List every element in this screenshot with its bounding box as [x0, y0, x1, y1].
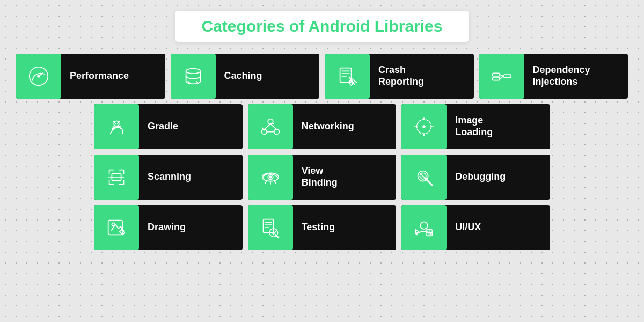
drawing-icon-box	[94, 205, 139, 250]
card-gradle: Gradle	[94, 104, 243, 149]
image-loading-label: ImageLoading	[447, 115, 501, 138]
svg-line-19	[270, 124, 277, 129]
card-testing: Testing	[248, 205, 397, 250]
crash-icon	[335, 64, 360, 89]
card-networking: Networking	[248, 104, 397, 149]
image-loading-icon	[412, 114, 436, 139]
card-crash-reporting: CrashReporting	[325, 54, 474, 99]
crash-icon-box	[325, 54, 370, 99]
image-loading-icon-box	[401, 104, 447, 149]
uiux-icon	[412, 215, 436, 240]
caching-label: Caching	[216, 70, 271, 82]
gradle-label: Gradle	[139, 121, 187, 133]
svg-point-2	[38, 75, 40, 77]
gradle-icon	[104, 114, 129, 139]
svg-line-28	[265, 181, 266, 184]
row-2: Gradle Networking	[16, 104, 628, 149]
scanning-label: Scanning	[139, 171, 200, 183]
crash-reporting-label: CrashReporting	[370, 64, 433, 87]
svg-point-27	[269, 176, 272, 178]
svg-rect-10	[492, 77, 499, 80]
networking-icon-box	[248, 104, 293, 149]
card-drawing: Drawing	[94, 205, 243, 250]
dependency-label: DependencyInjections	[524, 64, 599, 87]
svg-line-32	[427, 180, 433, 186]
svg-rect-4	[340, 68, 352, 83]
svg-point-35	[425, 178, 427, 180]
svg-rect-9	[492, 73, 499, 76]
testing-icon-box	[248, 205, 293, 250]
dependency-icon	[489, 64, 514, 89]
svg-line-13	[500, 76, 504, 79]
page-title: Categories of Android Libraries	[202, 17, 443, 35]
svg-rect-39	[263, 219, 273, 233]
row-1: Performance Caching	[16, 54, 628, 99]
networking-icon	[258, 114, 283, 139]
testing-icon	[258, 215, 283, 240]
title-container: Categories of Android Libraries	[175, 11, 470, 42]
performance-label: Performance	[61, 70, 137, 82]
view-binding-label: ViewBinding	[293, 165, 346, 188]
svg-line-12	[500, 75, 504, 76]
svg-point-45	[421, 222, 428, 229]
card-dependency: DependencyInjections	[479, 54, 628, 99]
networking-label: Networking	[293, 121, 363, 133]
debugging-icon	[412, 165, 436, 189]
card-performance: Performance	[16, 54, 165, 99]
caching-icon-box	[171, 54, 216, 99]
testing-label: Testing	[293, 222, 344, 233]
debugging-icon-box	[401, 155, 447, 200]
card-debugging: Debugging	[401, 155, 550, 200]
svg-point-3	[186, 69, 200, 74]
scanning-icon-box	[94, 155, 139, 200]
card-view-binding: ViewBinding	[248, 155, 397, 200]
view-binding-icon	[258, 165, 283, 189]
svg-point-17	[274, 129, 279, 135]
svg-rect-11	[503, 75, 510, 78]
row-4: Drawing Testing	[16, 205, 628, 250]
card-scanning: Scanning	[94, 155, 243, 200]
svg-point-37	[112, 223, 115, 226]
cards-grid: Performance Caching	[16, 54, 628, 250]
gradle-icon-box	[94, 104, 139, 149]
svg-point-22	[423, 126, 425, 128]
drawing-icon	[104, 215, 129, 240]
card-caching: Caching	[171, 54, 320, 99]
svg-line-38	[119, 229, 122, 232]
svg-line-29	[274, 181, 276, 184]
caching-icon	[181, 64, 206, 89]
drawing-label: Drawing	[139, 222, 194, 233]
performance-icon-box	[16, 54, 61, 99]
uiux-icon-box	[401, 205, 447, 250]
dependency-icon-box	[479, 54, 524, 99]
speedometer-icon	[26, 64, 51, 89]
debugging-label: Debugging	[447, 171, 514, 183]
card-image-loading: ImageLoading	[401, 104, 550, 149]
view-binding-icon-box	[248, 155, 293, 200]
row-3: Scanning ViewBinding	[16, 155, 628, 200]
scanning-icon	[104, 165, 129, 189]
card-uiux: UI/UX	[401, 205, 550, 250]
uiux-label: UI/UX	[447, 222, 489, 233]
